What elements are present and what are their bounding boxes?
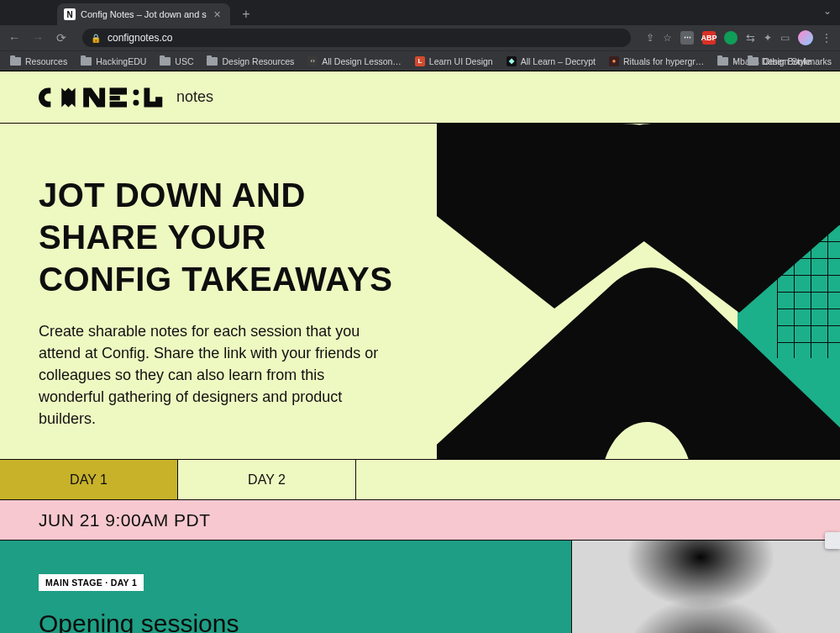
side-panel-icon[interactable]: ▭ (780, 32, 790, 44)
bookmark-item[interactable]: ◆All Learn – Decrypt (507, 56, 596, 66)
bookmark-item[interactable]: ●Rituals for hypergr… (609, 56, 704, 66)
folder-icon (81, 57, 92, 66)
config-logo-icon (39, 87, 165, 108)
extensions-puzzle-icon[interactable]: ✦ (764, 32, 772, 44)
bookmark-label: All Design Lesson… (322, 56, 402, 66)
back-icon[interactable]: ← (8, 32, 20, 44)
site-header: notes (0, 71, 840, 124)
session-title: Opening sessions (39, 609, 533, 633)
window-controls-chevron-icon[interactable]: ⌄ (823, 5, 832, 17)
bookmark-item[interactable]: USC (160, 56, 193, 66)
browser-toolbar: ← → ⟳ 🔒 confignotes.co ⇪ ☆ ⋯ ABP ⇆ ✦ ▭ ⋮ (0, 25, 840, 50)
svg-rect-2 (110, 101, 127, 107)
bookmark-label: Other Bookmarks (763, 56, 832, 66)
page-viewport: notes JOT DOWN AND SHARE YOUR CONFIG TAK… (0, 71, 840, 633)
hero-title-line: JOT DOWN AND (39, 177, 306, 214)
forward-icon[interactable]: → (32, 32, 44, 44)
bookmark-item[interactable]: LLearn UI Design (415, 56, 493, 66)
profile-avatar[interactable] (798, 30, 813, 45)
svg-rect-0 (110, 87, 127, 94)
kebab-menu-icon[interactable]: ⋮ (822, 32, 832, 44)
extension-sync-icon[interactable]: ⇆ (746, 32, 755, 45)
stage-chip: MAIN STAGE · DAY 1 (39, 574, 144, 591)
extension-dots-icon[interactable]: ⋯ (680, 31, 694, 45)
bookmark-favicon: ‹› (307, 56, 318, 66)
folder-icon (748, 57, 759, 66)
session-speaker-photo (571, 541, 840, 633)
folder-icon (717, 57, 728, 66)
logo-subtitle: notes (176, 88, 213, 106)
bookmark-label: Rituals for hypergr… (623, 56, 704, 66)
bookmark-label: Design Resources (222, 56, 294, 66)
bookmark-favicon: ◆ (507, 56, 517, 66)
hero-description: Create sharable notes for each session t… (39, 320, 391, 430)
hero-title-line: SHARE YOUR (39, 219, 266, 256)
bookmark-item[interactable]: ‹›All Design Lesson… (307, 56, 402, 66)
folder-icon (160, 57, 171, 66)
bookmark-item[interactable]: Design Resources (207, 56, 294, 66)
hero-title-line: CONFIG TAKEAWAYS (39, 261, 392, 298)
url-text: confignotes.co (108, 32, 172, 44)
svg-rect-1 (110, 95, 120, 99)
tab-close-icon[interactable]: ✕ (212, 8, 223, 20)
bookmark-label: HackingEDU (96, 56, 146, 66)
bookmark-overflow-icon[interactable]: » (732, 56, 738, 66)
bookmark-label: All Learn – Decrypt (521, 56, 596, 66)
browser-tab[interactable]: N Config Notes – Jot down and s ✕ (57, 3, 230, 25)
bookmark-bar: Resources HackingEDU USC Design Resource… (0, 50, 840, 71)
browser-tab-strip: N Config Notes – Jot down and s ✕ + ⌄ (0, 0, 840, 25)
folder-icon (10, 57, 21, 66)
lock-icon: 🔒 (91, 34, 101, 43)
hero-abstract-shape-icon (437, 124, 840, 459)
bookmark-label: Resources (25, 56, 67, 66)
folder-icon (207, 57, 218, 66)
extension-abp-icon[interactable]: ABP (702, 31, 716, 45)
bookmark-favicon: L (415, 56, 425, 66)
bookmark-item[interactable]: Resources (10, 56, 67, 66)
hero-title: JOT DOWN AND SHARE YOUR CONFIG TAKEAWAYS (39, 174, 420, 300)
tab-title: Config Notes – Jot down and s (81, 9, 207, 19)
bookmark-item[interactable]: HackingEDU (81, 56, 146, 66)
tab-favicon: N (64, 8, 76, 20)
new-tab-button[interactable]: + (235, 3, 257, 25)
other-bookmarks[interactable]: Other Bookmarks (748, 56, 832, 66)
address-bar[interactable]: 🔒 confignotes.co (82, 29, 631, 47)
svg-point-4 (134, 99, 139, 105)
day-tabs: DAY 1 DAY 2 (0, 460, 840, 500)
reload-icon[interactable]: ⟳ (55, 32, 67, 44)
hero-illustration (437, 124, 840, 459)
bookmark-label: USC (175, 56, 193, 66)
site-logo[interactable]: notes (39, 86, 213, 109)
bookmark-favicon: ● (609, 56, 619, 66)
bookmark-label: Learn UI Design (429, 56, 493, 66)
extension-green-icon[interactable] (724, 31, 738, 45)
session-date-bar: JUN 21 9:00AM PDT (0, 500, 840, 541)
session-row[interactable]: MAIN STAGE · DAY 1 Opening sessions (0, 541, 840, 633)
session-date-label: JUN 21 9:00AM PDT (39, 510, 211, 530)
hero-section: JOT DOWN AND SHARE YOUR CONFIG TAKEAWAYS… (0, 124, 840, 460)
svg-point-3 (134, 89, 139, 95)
tab-day-2[interactable]: DAY 2 (178, 460, 356, 499)
star-icon[interactable]: ☆ (663, 32, 672, 44)
share-icon[interactable]: ⇪ (646, 32, 654, 44)
scroll-minimap-icon[interactable] (825, 532, 840, 549)
tab-day-1[interactable]: DAY 1 (0, 460, 178, 499)
